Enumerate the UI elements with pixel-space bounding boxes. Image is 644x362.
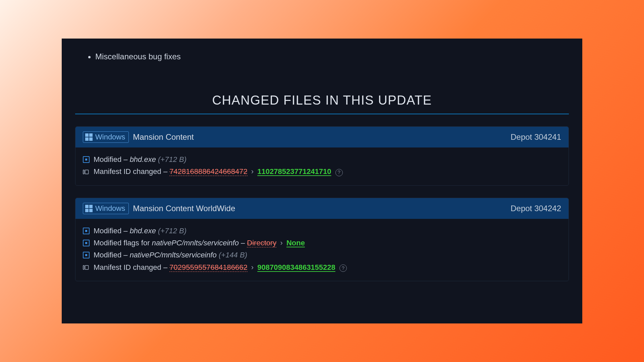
os-label: Windows: [95, 133, 125, 141]
depot-name: Mansion Content WorldWide: [133, 204, 235, 213]
depot-header[interactable]: Windows Mansion Content WorldWide Depot …: [75, 198, 569, 219]
change-row-modified: Modified – bhd.exe (+712 B): [83, 154, 561, 166]
svg-rect-0: [83, 170, 84, 174]
depot-body: Modified – bhd.exe (+712 B) Manifest ID …: [75, 147, 569, 185]
changelog-item: Miscellaneous bug fixes: [95, 52, 569, 61]
change-file: nativePC/mnlts/serviceinfo: [130, 251, 217, 259]
manifest-old[interactable]: 7029559557684186662: [169, 263, 247, 272]
os-label: Windows: [95, 204, 125, 213]
modified-icon: [83, 240, 90, 246]
modified-icon: [83, 228, 90, 234]
change-row-manifest: Manifest ID changed – 702955955768418666…: [83, 261, 561, 274]
manifest-new[interactable]: 110278523771241710: [257, 167, 331, 176]
windows-icon: [85, 133, 93, 141]
arrow-icon: ›: [250, 167, 255, 176]
change-label: Modified flags for: [94, 239, 150, 247]
change-row-manifest: Manifest ID changed – 742816888642466847…: [83, 166, 561, 178]
svg-rect-2: [83, 265, 84, 269]
os-badge-windows: Windows: [83, 131, 129, 143]
windows-icon: [85, 205, 93, 212]
flags-old: Directory: [247, 239, 276, 247]
depot-card: Windows Mansion Content WorldWide Depot …: [75, 198, 569, 281]
main-panel: Miscellaneous bug fixes CHANGED FILES IN…: [62, 39, 582, 323]
change-row-flags: Modified flags for nativePC/mnlts/servic…: [83, 237, 561, 249]
change-size: (+712 B): [158, 155, 186, 164]
modified-icon: [83, 252, 90, 258]
change-file: nativePC/mnlts/serviceinfo: [152, 239, 239, 247]
changelog-list: Miscellaneous bug fixes: [75, 52, 569, 61]
change-label: Manifest ID changed: [94, 167, 161, 176]
arrow-icon: ›: [250, 263, 255, 272]
manifest-icon: [83, 264, 90, 271]
flags-new: None: [286, 239, 305, 247]
change-row-modified: Modified – nativePC/mnlts/serviceinfo (+…: [83, 249, 561, 261]
section-title: CHANGED FILES IN THIS UPDATE: [75, 93, 569, 114]
manifest-icon: [83, 169, 90, 175]
depot-id[interactable]: Depot 304242: [511, 204, 561, 213]
change-file: bhd.exe: [130, 227, 156, 235]
help-icon[interactable]: ?: [335, 169, 343, 176]
change-file: bhd.exe: [130, 155, 156, 164]
modified-icon: [83, 156, 90, 163]
svg-rect-3: [85, 265, 89, 269]
os-badge-windows: Windows: [83, 203, 129, 214]
depot-body: Modified – bhd.exe (+712 B) Modified fla…: [75, 219, 569, 281]
arrow-icon: ›: [278, 239, 284, 247]
depot-card: Windows Mansion Content Depot 304241 Mod…: [75, 126, 569, 186]
change-label: Manifest ID changed: [94, 263, 161, 272]
change-label: Modified: [94, 227, 121, 235]
depot-id[interactable]: Depot 304241: [511, 132, 561, 142]
help-icon[interactable]: ?: [339, 264, 347, 272]
change-size: (+712 B): [158, 227, 186, 235]
manifest-new[interactable]: 9087090834863155228: [257, 263, 335, 272]
manifest-old[interactable]: 7428168886424668472: [169, 167, 247, 176]
change-label: Modified: [94, 251, 121, 259]
change-row-modified: Modified – bhd.exe (+712 B): [83, 225, 561, 237]
depot-header[interactable]: Windows Mansion Content Depot 304241: [75, 127, 569, 147]
depot-name: Mansion Content: [133, 132, 194, 142]
change-label: Modified: [94, 155, 121, 164]
svg-rect-1: [85, 170, 89, 174]
change-size: (+144 B): [219, 251, 247, 259]
